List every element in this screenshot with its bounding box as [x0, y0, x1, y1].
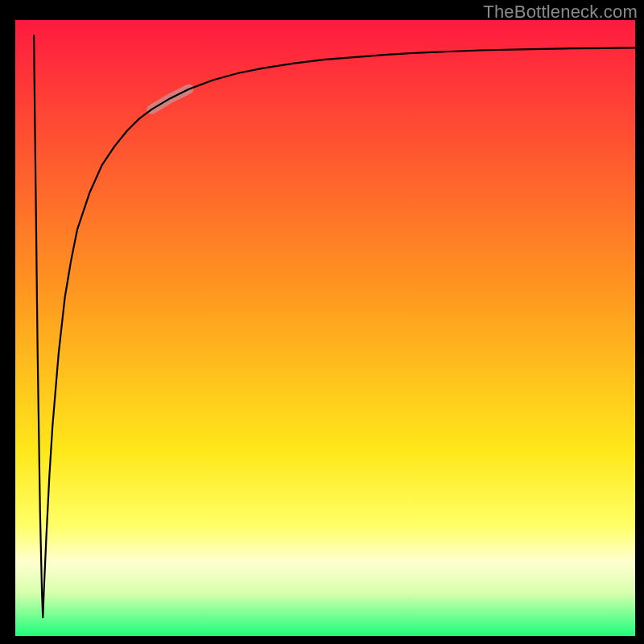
bottleneck-chart: [0, 0, 644, 644]
plot-background: [15, 20, 635, 636]
chart-frame: TheBottleneck.com: [0, 0, 644, 644]
watermark-text: TheBottleneck.com: [483, 2, 638, 23]
